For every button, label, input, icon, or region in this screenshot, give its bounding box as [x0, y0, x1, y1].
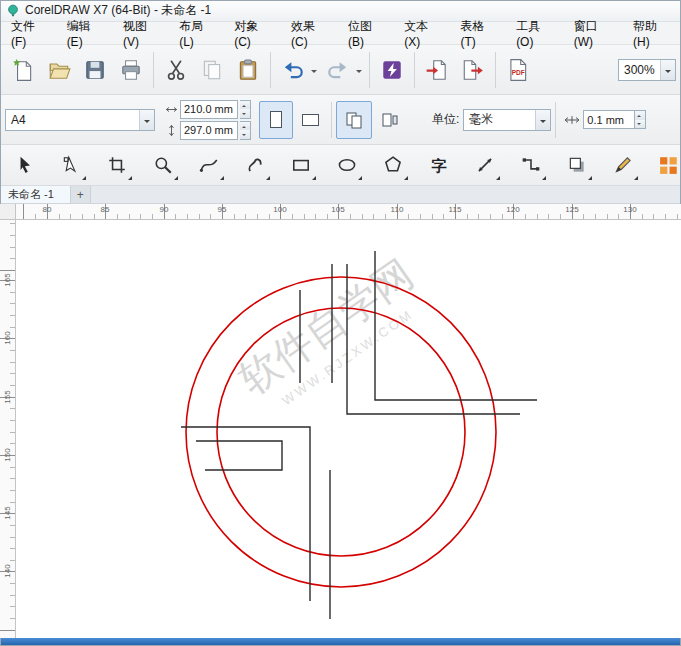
- export-icon: [461, 58, 485, 82]
- save-button[interactable]: [77, 50, 113, 90]
- new-document-button[interactable]: [5, 50, 41, 90]
- print-button[interactable]: [113, 50, 149, 90]
- freehand-tool-icon: [199, 155, 219, 175]
- bottom-window-edge: [0, 638, 681, 646]
- workspace: 80 85 90 95 100 105 110 115 120 125 130 …: [0, 204, 681, 638]
- connector-tool-icon: [521, 155, 541, 175]
- tab-untitled-1[interactable]: 未命名 -1: [0, 186, 71, 203]
- undo-button[interactable]: [275, 50, 311, 90]
- pick-tool[interactable]: [8, 148, 42, 182]
- flyout-indicator: [266, 176, 270, 180]
- units-label: 单位:: [432, 111, 459, 128]
- drawing-svg: 软件自学网 WWW.RJZXW.COM: [16, 220, 681, 638]
- menu-item-bitmaps[interactable]: 位图(B): [339, 22, 395, 44]
- page-height-input[interactable]: 297.0 mm: [180, 121, 238, 140]
- shape-tool-icon: [61, 155, 81, 175]
- import-button[interactable]: [419, 50, 455, 90]
- menu-item-layout[interactable]: 布局(L): [170, 22, 225, 44]
- paste-button[interactable]: [230, 50, 266, 90]
- menu-item-tools[interactable]: 工具(O): [507, 22, 565, 44]
- dimension-tool[interactable]: [468, 148, 502, 182]
- open-button[interactable]: [41, 50, 77, 90]
- portrait-orientation-button[interactable]: [259, 101, 293, 139]
- drawn-line[interactable]: [196, 441, 282, 470]
- nudge-distance-spinner[interactable]: [635, 110, 646, 129]
- h-ruler-label: 115: [445, 205, 465, 214]
- freehand-tool[interactable]: [192, 148, 226, 182]
- paste-icon: [236, 58, 260, 82]
- new-document-tab-button[interactable]: +: [71, 186, 91, 203]
- menu-item-window[interactable]: 窗口(W): [565, 22, 624, 44]
- connector-tool[interactable]: [514, 148, 548, 182]
- apply-all-pages-button[interactable]: [336, 101, 372, 139]
- drawn-circle[interactable]: [217, 308, 465, 556]
- smart-fill-tool[interactable]: [606, 148, 640, 182]
- property-bar: A4 210.0 mm 297.0 mm: [0, 95, 681, 145]
- ellipse-tool-icon: [337, 155, 357, 175]
- flyout-indicator: [634, 176, 638, 180]
- flyout-indicator: [174, 176, 178, 180]
- ruler-origin[interactable]: [0, 204, 16, 220]
- units-combobox[interactable]: 毫米: [463, 109, 551, 131]
- propbar-separator: [331, 102, 332, 138]
- dimension-tool-icon: [475, 155, 495, 175]
- vertical-ruler[interactable]: 165 160 155 150 145 140: [0, 220, 16, 638]
- menu-item-object[interactable]: 对象(C): [225, 22, 282, 44]
- export-button[interactable]: [455, 50, 491, 90]
- ellipse-tool[interactable]: [330, 148, 364, 182]
- cut-button[interactable]: [158, 50, 194, 90]
- svg-text:PDF: PDF: [512, 69, 525, 76]
- import-icon: [425, 58, 449, 82]
- drawing-canvas[interactable]: 软件自学网 WWW.RJZXW.COM: [16, 220, 681, 638]
- zoom-dropdown-arrow[interactable]: [660, 60, 675, 80]
- portrait-icon: [270, 111, 282, 128]
- redo-button[interactable]: [320, 50, 356, 90]
- menu-item-table[interactable]: 表格(T): [452, 22, 508, 44]
- menu-item-text[interactable]: 文本(X): [395, 22, 451, 44]
- smart-drawing-tool[interactable]: [238, 148, 272, 182]
- page-dimensions: 210.0 mm 297.0 mm: [165, 100, 251, 140]
- h-ruler-label: 100: [270, 205, 290, 214]
- publish-to-pdf-button[interactable]: PDF: [500, 50, 536, 90]
- paper-size-combobox[interactable]: A4: [5, 109, 155, 131]
- menu-item-edit[interactable]: 编辑(E): [58, 22, 114, 44]
- menu-item-view[interactable]: 视图(V): [114, 22, 170, 44]
- menu-item-effects[interactable]: 效果(C): [282, 22, 339, 44]
- drop-shadow-tool[interactable]: [560, 148, 594, 182]
- text-tool[interactable]: 字: [422, 148, 456, 182]
- rectangle-tool[interactable]: [284, 148, 318, 182]
- paper-size-value: A4: [6, 110, 139, 130]
- standard-toolbar: PDF 300%: [0, 45, 681, 95]
- paper-size-dropdown-arrow[interactable]: [139, 110, 154, 130]
- redo-dropdown-arrow[interactable]: [353, 50, 365, 90]
- mesh-fill-tool[interactable]: [652, 148, 681, 182]
- crop-tool-icon: [107, 155, 127, 175]
- page-width-input[interactable]: 210.0 mm: [180, 100, 238, 119]
- undo-dropdown-arrow[interactable]: [308, 50, 320, 90]
- zoom-tool[interactable]: [146, 148, 180, 182]
- landscape-orientation-button[interactable]: [293, 101, 327, 139]
- menu-item-help[interactable]: 帮助(H): [624, 22, 681, 44]
- page-width-spinner[interactable]: [240, 100, 251, 119]
- zoom-level-combobox[interactable]: 300%: [618, 59, 676, 81]
- copy-button[interactable]: [194, 50, 230, 90]
- page-height-spinner[interactable]: [240, 121, 251, 140]
- v-ruler-label: 160: [3, 323, 13, 353]
- units-dropdown-arrow[interactable]: [535, 110, 550, 130]
- menu-item-file[interactable]: 文件(F): [2, 22, 58, 44]
- open-folder-icon: [47, 58, 71, 82]
- polygon-tool[interactable]: [376, 148, 410, 182]
- crop-tool[interactable]: [100, 148, 134, 182]
- horizontal-ruler[interactable]: 80 85 90 95 100 105 110 115 120 125 130: [16, 204, 681, 220]
- h-ruler-label: 120: [503, 205, 523, 214]
- nudge-distance-input[interactable]: 0.1 mm: [583, 110, 635, 129]
- rectangle-tool-icon: [291, 155, 311, 175]
- application-launcher-button[interactable]: [374, 50, 410, 90]
- text-tool-icon: 字: [432, 158, 447, 173]
- apply-current-page-button[interactable]: [372, 101, 408, 139]
- document-tab-bar: 未命名 -1 +: [0, 186, 681, 204]
- units-value: 毫米: [464, 110, 535, 130]
- landscape-icon: [302, 114, 319, 126]
- drawn-line[interactable]: [181, 427, 310, 601]
- shape-tool[interactable]: [54, 148, 88, 182]
